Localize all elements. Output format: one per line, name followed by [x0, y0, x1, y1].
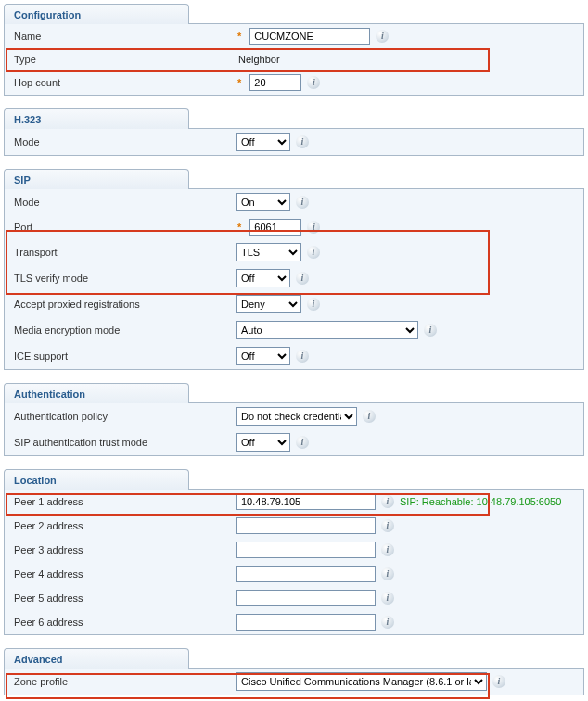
label-type: Type	[5, 52, 236, 67]
row-sip-transport: Transport TLS i	[5, 239, 583, 265]
info-icon[interactable]: i	[296, 135, 309, 148]
page-wrap: Configuration Name * i Type Neighbor Hop…	[4, 4, 584, 695]
label-sip-media: Media encryption mode	[5, 323, 236, 338]
row-sip-ice: ICE support Off i	[5, 343, 583, 369]
sip-port-input[interactable]	[249, 219, 301, 236]
section-sip: SIP Mode On i Port * i Transport	[4, 169, 584, 370]
name-input[interactable]	[249, 28, 370, 45]
row-sip-port: Port * i	[5, 215, 583, 239]
info-icon[interactable]: i	[492, 675, 505, 688]
info-icon[interactable]: i	[381, 616, 394, 629]
peer1-input[interactable]	[236, 493, 376, 510]
peer5-input[interactable]	[236, 590, 376, 606]
label-h323-mode: Mode	[5, 134, 236, 149]
peer3-input[interactable]	[236, 542, 376, 558]
section-location: Location Peer 1 address i SIP: Reachable…	[4, 469, 584, 635]
info-icon[interactable]: i	[381, 495, 394, 508]
row-peer4: Peer 4 address i	[5, 562, 583, 586]
label-peer1: Peer 1 address	[5, 494, 236, 509]
label-name: Name	[5, 29, 236, 44]
row-sip-tlsverify: TLS verify mode Off i	[5, 265, 583, 291]
label-sip-ice: ICE support	[5, 349, 236, 363]
zoneprofile-select[interactable]: Cisco Unified Communications Manager (8.…	[236, 672, 487, 691]
section-authentication: Authentication Authentication policy Do …	[4, 383, 584, 456]
section-tab-authentication: Authentication	[4, 383, 189, 403]
type-value: Neighbor	[236, 54, 280, 65]
required-marker: *	[237, 77, 241, 88]
section-configuration: Configuration Name * i Type Neighbor Hop…	[4, 4, 584, 96]
sip-tlsverify-select[interactable]: Off	[236, 269, 290, 287]
section-tab-sip: SIP	[4, 169, 189, 189]
section-body-configuration: Name * i Type Neighbor Hop count * i	[4, 23, 584, 96]
peer4-input[interactable]	[236, 566, 376, 582]
label-auth-policy: Authentication policy	[5, 409, 236, 424]
info-icon[interactable]: i	[296, 436, 309, 449]
row-peer5: Peer 5 address i	[5, 586, 583, 610]
row-peer3: Peer 3 address i	[5, 538, 583, 562]
info-icon[interactable]: i	[307, 246, 320, 259]
section-h323: H.323 Mode Off i	[4, 108, 584, 156]
row-peer2: Peer 2 address i	[5, 514, 583, 538]
hop-input[interactable]	[249, 74, 301, 91]
label-auth-siptrust: SIP authentication trust mode	[5, 435, 236, 450]
peer6-input[interactable]	[236, 614, 376, 631]
sip-media-select[interactable]: Auto	[236, 321, 418, 339]
info-icon[interactable]: i	[381, 567, 394, 580]
row-sip-acceptprox: Accept proxied registrations Deny i	[5, 291, 583, 317]
label-peer3: Peer 3 address	[5, 542, 236, 557]
info-icon[interactable]: i	[307, 76, 320, 89]
h323-mode-select[interactable]: Off	[236, 133, 290, 151]
info-icon[interactable]: i	[296, 196, 309, 209]
info-icon[interactable]: i	[381, 543, 394, 556]
row-sip-media: Media encryption mode Auto i	[5, 317, 583, 343]
info-icon[interactable]: i	[296, 272, 309, 285]
peer2-input[interactable]	[236, 517, 376, 534]
label-peer4: Peer 4 address	[5, 567, 236, 581]
row-auth-siptrust: SIP authentication trust mode Off i	[5, 429, 583, 455]
section-tab-configuration: Configuration	[4, 4, 189, 24]
auth-policy-select[interactable]: Do not check credentials	[236, 407, 357, 426]
required-marker: *	[237, 222, 241, 233]
sip-transport-select[interactable]: TLS	[236, 243, 301, 261]
row-sip-mode: Mode On i	[5, 189, 583, 215]
info-icon[interactable]: i	[363, 410, 376, 423]
section-advanced: Advanced Zone profile Cisco Unified Comm…	[4, 648, 584, 695]
label-sip-tlsverify: TLS verify mode	[5, 271, 236, 286]
section-tab-advanced: Advanced	[4, 648, 189, 669]
sip-ice-select[interactable]: Off	[236, 347, 290, 365]
row-name: Name * i	[5, 24, 583, 48]
info-icon[interactable]: i	[307, 221, 320, 234]
row-h323-mode: Mode Off i	[5, 129, 583, 155]
section-body-advanced: Zone profile Cisco Unified Communication…	[4, 668, 584, 695]
section-tab-h323: H.323	[4, 108, 189, 129]
row-peer6: Peer 6 address i	[5, 610, 583, 634]
label-peer2: Peer 2 address	[5, 518, 236, 533]
sip-mode-select[interactable]: On	[236, 193, 290, 211]
required-marker: *	[237, 31, 241, 42]
row-hop: Hop count * i	[5, 70, 583, 95]
section-body-location: Peer 1 address i SIP: Reachable: 10.48.7…	[4, 489, 584, 635]
row-zoneprofile: Zone profile Cisco Unified Communication…	[5, 669, 583, 695]
info-icon[interactable]: i	[296, 350, 309, 363]
section-body-sip: Mode On i Port * i Transport TLS i	[4, 188, 584, 370]
section-body-h323: Mode Off i	[4, 128, 584, 156]
info-icon[interactable]: i	[381, 592, 394, 605]
sip-acceptprox-select[interactable]: Deny	[236, 295, 301, 313]
label-sip-mode: Mode	[5, 195, 236, 210]
info-icon[interactable]: i	[307, 298, 320, 311]
info-icon[interactable]: i	[376, 30, 389, 43]
info-icon[interactable]: i	[424, 324, 437, 337]
label-zoneprofile: Zone profile	[5, 674, 236, 689]
section-tab-location: Location	[4, 469, 189, 490]
label-sip-transport: Transport	[5, 245, 236, 260]
row-type: Type Neighbor	[5, 48, 583, 70]
label-hop: Hop count	[5, 75, 236, 90]
auth-siptrust-select[interactable]: Off	[236, 433, 290, 452]
row-auth-policy: Authentication policy Do not check crede…	[5, 403, 583, 429]
label-sip-acceptprox: Accept proxied registrations	[5, 297, 236, 312]
row-peer1: Peer 1 address i SIP: Reachable: 10.48.7…	[5, 490, 583, 514]
label-peer5: Peer 5 address	[5, 591, 236, 605]
info-icon[interactable]: i	[381, 519, 394, 532]
peer1-status: SIP: Reachable: 10.48.79.105:6050	[400, 496, 561, 507]
label-sip-port: Port	[5, 220, 236, 235]
